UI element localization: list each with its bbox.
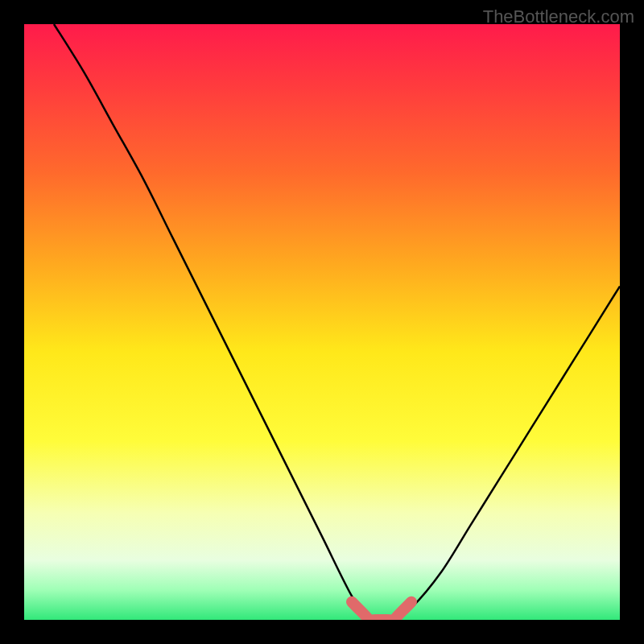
chart-svg (24, 24, 620, 620)
bottleneck-curve-line (54, 24, 620, 620)
watermark-text: TheBottleneck.com (483, 6, 634, 27)
chart-plot-area (24, 24, 620, 620)
optimal-band-line (352, 602, 411, 620)
